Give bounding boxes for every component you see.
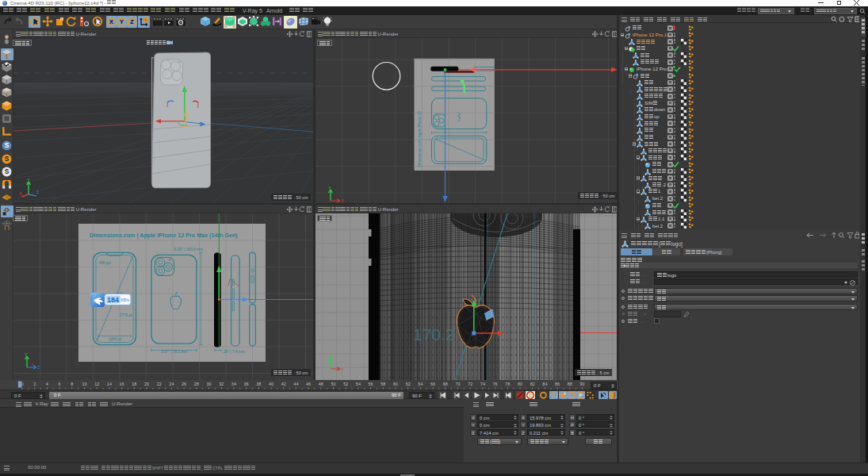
svg-text:P: P bbox=[579, 392, 583, 397]
svg-text:x: x bbox=[31, 362, 33, 367]
svg-text:2778 px: 2778 px bbox=[120, 313, 133, 317]
svg-text:86: 86 bbox=[555, 382, 560, 386]
svg-text:Dimensions.com | Apple iPhone: Dimensions.com | Apple iPhone 12 bbox=[418, 111, 422, 167]
svg-text:Y: Y bbox=[328, 355, 331, 359]
svg-text:10: 10 bbox=[82, 382, 86, 386]
svg-text:82: 82 bbox=[530, 382, 535, 386]
svg-text:Dimensions.com | Apple iPhone: Dimensions.com | Apple iPhone 12 Pro Max… bbox=[90, 232, 238, 239]
svg-text:184: 184 bbox=[107, 296, 119, 304]
svg-text:8: 8 bbox=[71, 382, 73, 386]
svg-text:X: X bbox=[19, 191, 22, 196]
svg-text:26: 26 bbox=[182, 382, 186, 386]
svg-text:66: 66 bbox=[430, 382, 435, 386]
svg-text:S: S bbox=[5, 142, 10, 149]
svg-text:78: 78 bbox=[505, 382, 510, 386]
svg-text:458 ppi: 458 ppi bbox=[98, 261, 110, 265]
svg-text:1284 px: 1284 px bbox=[109, 337, 122, 341]
svg-text:62: 62 bbox=[406, 382, 411, 386]
svg-text:Y: Y bbox=[120, 18, 124, 25]
svg-text:68: 68 bbox=[443, 382, 448, 386]
svg-text:42: 42 bbox=[281, 382, 286, 386]
svg-text:72: 72 bbox=[468, 382, 472, 386]
svg-text:52: 52 bbox=[343, 382, 348, 386]
svg-text:29" | 7.4 mm: 29" | 7.4 mm bbox=[224, 350, 245, 354]
svg-text:84: 84 bbox=[542, 382, 547, 386]
svg-text:34: 34 bbox=[231, 382, 236, 386]
svg-text:Y: Y bbox=[25, 353, 28, 357]
svg-text:20: 20 bbox=[144, 382, 149, 386]
svg-text:Z: Z bbox=[36, 190, 40, 194]
svg-text:Z: Z bbox=[131, 18, 135, 25]
svg-text:88: 88 bbox=[568, 382, 572, 386]
svg-text:6: 6 bbox=[59, 382, 61, 386]
svg-text:Z: Z bbox=[37, 365, 40, 370]
svg-text:S: S bbox=[5, 168, 10, 175]
svg-text:14: 14 bbox=[107, 382, 112, 386]
svg-text:46: 46 bbox=[306, 382, 311, 386]
svg-text:18: 18 bbox=[132, 382, 136, 386]
svg-text:x: x bbox=[341, 367, 343, 371]
svg-text:24: 24 bbox=[169, 382, 174, 386]
svg-text:Y: Y bbox=[328, 186, 331, 190]
svg-text:70: 70 bbox=[455, 382, 460, 386]
svg-text:22: 22 bbox=[157, 382, 162, 386]
svg-text:44: 44 bbox=[293, 382, 298, 386]
svg-text:X: X bbox=[109, 18, 113, 25]
svg-text:36: 36 bbox=[244, 382, 249, 386]
svg-text:90: 90 bbox=[579, 382, 584, 386]
svg-text:32: 32 bbox=[219, 382, 224, 386]
svg-text:50: 50 bbox=[331, 382, 335, 386]
svg-text:38: 38 bbox=[256, 382, 261, 386]
svg-text:( ): ( ) bbox=[4, 225, 10, 230]
svg-text:S: S bbox=[5, 155, 10, 163]
svg-text:3.07" | 78.1 mm: 3.07" | 78.1 mm bbox=[161, 350, 188, 354]
svg-text:58: 58 bbox=[380, 382, 385, 386]
svg-text:80: 80 bbox=[518, 382, 522, 386]
svg-text:74: 74 bbox=[480, 382, 485, 386]
svg-text:Y: Y bbox=[27, 178, 30, 182]
svg-text:30: 30 bbox=[206, 382, 211, 386]
svg-text:54: 54 bbox=[356, 382, 361, 386]
svg-text:56: 56 bbox=[369, 382, 373, 386]
svg-text:60: 60 bbox=[393, 382, 398, 386]
svg-text:48: 48 bbox=[319, 382, 323, 386]
svg-text:6.33" | 160.8 mm: 6.33" | 160.8 mm bbox=[174, 248, 203, 251]
svg-text:4: 4 bbox=[46, 382, 48, 386]
svg-text:16: 16 bbox=[120, 382, 124, 386]
svg-text:64: 64 bbox=[418, 382, 423, 386]
svg-text:X: X bbox=[341, 198, 344, 203]
svg-text:12: 12 bbox=[94, 382, 99, 386]
svg-text:76: 76 bbox=[493, 382, 498, 386]
svg-text:KB/s: KB/s bbox=[121, 298, 130, 302]
svg-text:40: 40 bbox=[269, 382, 273, 386]
svg-text:2: 2 bbox=[33, 382, 36, 386]
svg-text:28: 28 bbox=[194, 382, 199, 386]
